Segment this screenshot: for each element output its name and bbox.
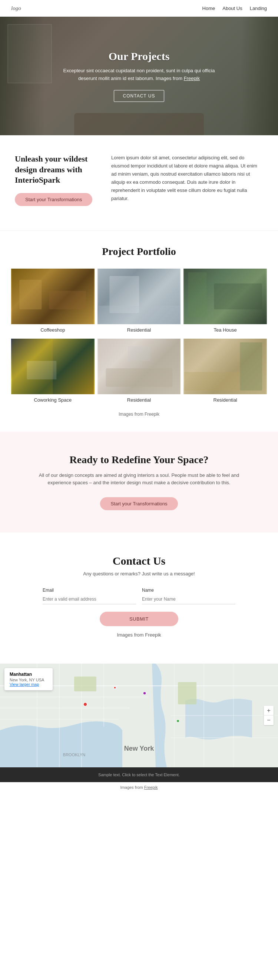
intro-right: Lorem ipsum dolor sit amet, consectetur … (111, 154, 263, 212)
cta-section: Ready to Redefine Your Space? All of our… (0, 432, 278, 533)
portfolio-footer: Images from Freepik (11, 412, 267, 424)
portfolio-label-coffeeshop: Coffeeshop (11, 324, 94, 336)
list-item[interactable]: Residential (97, 269, 181, 336)
email-label: Email (43, 588, 136, 593)
portfolio-label-residential2: Residential (97, 394, 181, 406)
portfolio-image-coworking (11, 339, 94, 394)
svg-rect-14 (128, 346, 150, 361)
portfolio-section: Project Portfolio Coffeeshop (0, 231, 278, 432)
portfolio-image-coffeeshop (11, 269, 94, 324)
map-zoom-controls: + − (264, 706, 273, 725)
list-item[interactable]: Residential (184, 339, 267, 406)
list-item[interactable]: Residential (97, 339, 181, 406)
portfolio-image-teahouse (184, 269, 267, 324)
portfolio-image-residential2 (97, 339, 181, 394)
email-group: Email (43, 588, 136, 604)
navbar: logo Home About Us Landing (0, 0, 278, 17)
map-background: New York BROOKLYN Manhattan New York, NY… (0, 663, 278, 767)
map-address: New York, NY USA (10, 678, 48, 682)
contact-heading: Contact Us (30, 555, 248, 567)
portfolio-grid: Coffeeshop Residential Tea House (11, 269, 267, 406)
cta-button[interactable]: Start your Transformations (100, 497, 177, 510)
svg-rect-11 (27, 361, 56, 379)
map-zoom-out[interactable]: − (264, 716, 273, 725)
name-group: Name (142, 588, 235, 604)
map-info-box: Manhattan New York, NY USA View larger m… (5, 668, 53, 690)
map-zoom-in[interactable]: + (264, 706, 273, 716)
svg-rect-7 (188, 272, 207, 317)
portfolio-label-coworking: Coworking Space (11, 394, 94, 406)
svg-point-39 (176, 719, 179, 722)
intro-body: Lorem ipsum dolor sit amet, consectetur … (111, 154, 263, 203)
intro-heading: Unleash your wildest design dreams with … (15, 154, 96, 186)
portfolio-label-teahouse: Tea House (184, 324, 267, 336)
nav-about[interactable]: About Us (222, 6, 242, 11)
contact-form: Email Name SUBMIT (30, 588, 248, 626)
name-field[interactable] (142, 594, 235, 604)
logo: logo (11, 5, 21, 11)
list-item[interactable]: Coworking Space (11, 339, 94, 406)
svg-point-38 (114, 687, 116, 689)
footer-bottom: Images from Freepik (0, 782, 278, 792)
intro-left: Unleash your wildest design dreams with … (15, 154, 96, 206)
svg-rect-16 (240, 342, 262, 391)
footer: Sample text. Click to select the Text El… (0, 767, 278, 782)
contact-subtitle: Any questions or remarks? Just write us … (30, 571, 248, 576)
svg-rect-1 (19, 280, 42, 309)
name-label: Name (142, 588, 235, 593)
form-row: Email Name (43, 588, 235, 604)
svg-rect-13 (105, 368, 173, 387)
nav-landing[interactable]: Landing (250, 6, 267, 11)
footer-freepik-link[interactable]: Freepik (144, 785, 158, 789)
svg-point-37 (143, 692, 146, 695)
email-field[interactable] (43, 594, 136, 604)
hero-section: Our Projects Excepteur sint occaecat cup… (0, 17, 278, 135)
svg-rect-2 (49, 291, 86, 309)
contact-footer: Images from Freepik (30, 632, 248, 638)
hero-content: Our Projects Excepteur sint occaecat cup… (54, 43, 224, 109)
portfolio-image-residential1 (97, 269, 181, 324)
svg-rect-8 (214, 283, 262, 309)
intro-cta-button[interactable]: Start your Transformations (15, 193, 92, 206)
svg-rect-33 (178, 682, 197, 704)
nav-home[interactable]: Home (202, 6, 216, 11)
footer-images-text: Images from Freepik (7, 785, 271, 789)
map-location-name: Manhattan (10, 672, 48, 677)
nav-links: Home About Us Landing (202, 6, 267, 11)
portfolio-image-residential3 (184, 339, 267, 394)
hero-title: Our Projects (61, 50, 217, 63)
hero-subtitle: Excepteur sint occaecat cupidatat non pr… (61, 67, 217, 83)
hero-freepik-link[interactable]: Freepik (184, 76, 200, 81)
svg-point-36 (83, 703, 87, 706)
list-item[interactable]: Tea House (184, 269, 267, 336)
portfolio-title: Project Portfolio (11, 246, 267, 258)
map-larger-link[interactable]: View larger map (10, 682, 39, 687)
intro-section: Unleash your wildest design dreams with … (0, 135, 278, 231)
portfolio-label-residential3: Residential (184, 394, 267, 406)
cta-heading: Ready to Redefine Your Space? (30, 454, 248, 466)
svg-text:BROOKLYN: BROOKLYN (63, 752, 85, 757)
list-item[interactable]: Coffeeshop (11, 269, 94, 336)
portfolio-label-residential1: Residential (97, 324, 181, 336)
svg-rect-32 (74, 676, 96, 691)
submit-button[interactable]: SUBMIT (100, 612, 178, 626)
svg-rect-5 (98, 305, 180, 324)
map-section: New York BROOKLYN Manhattan New York, NY… (0, 663, 278, 767)
hero-cta-button[interactable]: CONTACT US (114, 90, 165, 102)
svg-text:New York: New York (124, 745, 154, 752)
svg-rect-17 (185, 372, 240, 391)
cta-body: All of our design concepts are aimed at … (30, 472, 248, 487)
footer-sample-text: Sample text. Click to select the Text El… (7, 773, 271, 777)
contact-section: Contact Us Any questions or remarks? Jus… (0, 533, 278, 663)
